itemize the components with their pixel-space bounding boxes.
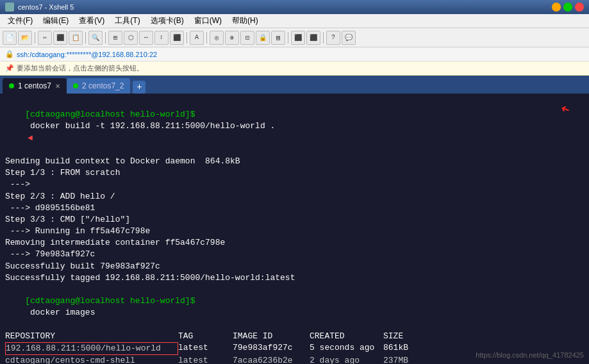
tb-btn11[interactable]: ⊚ bbox=[225, 31, 239, 45]
ssh-address: ssh:/cdtaogang:*********@192.168.88.210:… bbox=[17, 51, 157, 58]
command-text: docker build -t 192.168.88.211:5000/hell… bbox=[25, 121, 275, 131]
tb-copy[interactable]: ⬛ bbox=[53, 31, 67, 45]
col-header-size: SIZE bbox=[383, 331, 422, 342]
title-bar: centos7 - Xshell 5 bbox=[0, 0, 589, 14]
tb-btn15[interactable]: ⬛ bbox=[291, 31, 305, 45]
table-header: REPOSITORY TAG IMAGE ID CREATED SIZE bbox=[5, 331, 584, 342]
menu-tabs[interactable]: 选项卡(B) bbox=[145, 14, 189, 28]
tb-sep1 bbox=[35, 32, 35, 44]
tb-btn6[interactable]: ↔ bbox=[139, 31, 153, 45]
terminal-line-7: Step 3/3 : CMD ["/hello"] bbox=[5, 214, 584, 226]
terminal-line-4: ---> bbox=[5, 179, 584, 190]
tb-btn14[interactable]: ▤ bbox=[271, 31, 285, 45]
tb-paste[interactable]: 📋 bbox=[69, 31, 83, 45]
toolbar: 📄 📂 ✂ ⬛ 📋 🔍 ⊞ ⬡ ↔ ↕ ⬛ A ◎ ⊚ ⊡ 🔒 ▤ ⬛ ⬛ ? … bbox=[0, 28, 589, 47]
tab-label-2: 2 centos7_2 bbox=[82, 81, 124, 90]
app-icon bbox=[5, 3, 14, 12]
tb-open[interactable]: 📂 bbox=[18, 31, 32, 45]
tab-bar: 1 centos7 ✕ 2 centos7_2 + bbox=[0, 76, 589, 94]
ssh-bar: 🔒 ssh:/cdtaogang:*********@192.168.88.21… bbox=[0, 47, 589, 62]
terminal[interactable]: ➜ [cdtaogang@localhost hello-world]$ doc… bbox=[0, 94, 589, 364]
tb-btn8[interactable]: ⬛ bbox=[170, 31, 184, 45]
terminal-line-8: ---> Running in ff5a467c798e bbox=[5, 226, 584, 237]
tab-add-button[interactable]: + bbox=[133, 81, 145, 94]
window-controls bbox=[552, 3, 584, 12]
tb-btn7[interactable]: ↕ bbox=[154, 31, 169, 45]
close-button[interactable] bbox=[575, 3, 584, 12]
terminal-line-5: Step 2/3 : ADD hello / bbox=[5, 191, 584, 203]
terminal-line-11: Successfully built 79e983af927c bbox=[5, 261, 584, 272]
terminal-line-2: Sending build context to Docker daemon 8… bbox=[5, 156, 584, 167]
window-title: centos7 - Xshell 5 bbox=[18, 3, 74, 11]
tb-new[interactable]: 📄 bbox=[3, 31, 17, 45]
tab-centos7[interactable]: 1 centos7 ✕ bbox=[3, 78, 67, 94]
tb-help[interactable]: ? bbox=[326, 31, 340, 45]
tag-cell: latest bbox=[178, 342, 233, 355]
tb-btn13[interactable]: 🔒 bbox=[256, 31, 270, 45]
repo-cell: 192.168.88.211:5000/hello-world bbox=[5, 342, 178, 355]
tab-label: 1 centos7 bbox=[18, 81, 51, 90]
tab-centos7-2[interactable]: 2 centos7_2 bbox=[67, 78, 130, 94]
menu-bar: 文件(F) 编辑(E) 查看(V) 工具(T) 选项卡(B) 窗口(W) 帮助(… bbox=[0, 14, 589, 28]
tb-btn12[interactable]: ⊡ bbox=[240, 31, 254, 45]
menu-window[interactable]: 窗口(W) bbox=[189, 14, 227, 28]
tb-btn5[interactable]: ⬡ bbox=[124, 31, 138, 45]
watermark: https://blog.csdn.net/qq_41782425 bbox=[476, 351, 584, 359]
tab-close-button[interactable]: ✕ bbox=[55, 83, 60, 90]
menu-file[interactable]: 文件(F) bbox=[3, 14, 38, 28]
terminal-line-9: Removing intermediate container ff5a467c… bbox=[5, 237, 584, 249]
id-cell: 79e983af927c bbox=[233, 342, 310, 355]
tb-btn16[interactable]: ⬛ bbox=[306, 31, 320, 45]
tb-sep4 bbox=[187, 32, 187, 44]
tb-btn9[interactable]: A bbox=[190, 31, 204, 45]
created-cell: 5 seconds ago bbox=[310, 342, 383, 355]
tb-sep2 bbox=[85, 32, 86, 44]
info-text: 要添加当前会话，点击左侧的箭头按钮。 bbox=[17, 63, 144, 73]
lock-icon: 🔒 bbox=[5, 50, 14, 58]
menu-edit[interactable]: 编辑(E) bbox=[38, 14, 74, 28]
tb-btn4[interactable]: ⊞ bbox=[108, 31, 122, 45]
tb-sep6 bbox=[288, 32, 288, 44]
terminal-line-13: [cdtaogang@localhost hello-world]$ docke… bbox=[5, 284, 584, 331]
menu-tools[interactable]: 工具(T) bbox=[110, 14, 145, 28]
tb-sep3 bbox=[105, 32, 106, 44]
menu-help[interactable]: 帮助(H) bbox=[227, 14, 263, 28]
prompt-text: [cdtaogang@localhost hello-world]$ bbox=[25, 110, 195, 119]
terminal-line-12: Successfully tagged 192.168.88.211:5000/… bbox=[5, 272, 584, 284]
tb-btn10[interactable]: ◎ bbox=[210, 31, 224, 45]
menu-view[interactable]: 查看(V) bbox=[74, 14, 110, 28]
tb-search[interactable]: 🔍 bbox=[88, 31, 103, 45]
terminal-line-6: ---> d9895156be81 bbox=[5, 203, 584, 214]
tb-cut[interactable]: ✂ bbox=[38, 31, 52, 45]
col-header-created: CREATED bbox=[310, 331, 383, 342]
size-cell: 861kB bbox=[383, 342, 422, 355]
col-header-repo: REPOSITORY bbox=[5, 331, 178, 342]
tab-status-dot bbox=[9, 83, 14, 88]
maximize-button[interactable] bbox=[563, 3, 572, 12]
arrow-marker: ◄ bbox=[28, 133, 33, 143]
tb-sep5 bbox=[206, 32, 207, 44]
col-header-tag: TAG bbox=[178, 331, 233, 342]
terminal-line-3: Step 1/3 : FROM scratch bbox=[5, 167, 584, 179]
tb-chat[interactable]: 💬 bbox=[342, 31, 356, 45]
terminal-line: [cdtaogang@localhost hello-world]$ docke… bbox=[5, 97, 584, 156]
tab-status-dot-2 bbox=[73, 83, 78, 88]
tb-sep7 bbox=[323, 32, 324, 44]
minimize-button[interactable] bbox=[552, 3, 561, 12]
info-bar: 📌 要添加当前会话，点击左侧的箭头按钮。 bbox=[0, 62, 589, 76]
terminal-line-10: ---> 79e983af927c bbox=[5, 249, 584, 260]
info-icon: 📌 bbox=[5, 64, 14, 72]
col-header-id: IMAGE ID bbox=[233, 331, 310, 342]
